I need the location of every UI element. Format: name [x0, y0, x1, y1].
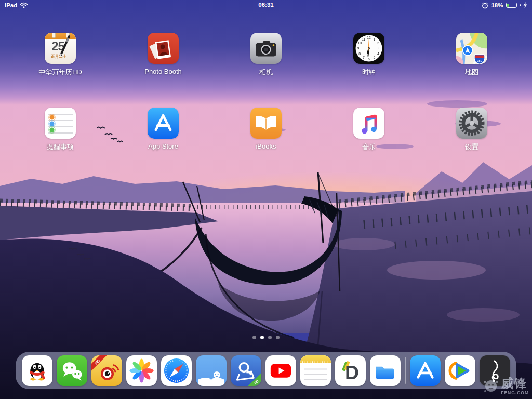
files-icon[interactable]: [370, 355, 401, 386]
app-label: Photo Booth: [144, 68, 182, 75]
safari-icon[interactable]: [161, 355, 192, 386]
battery-nub: [520, 4, 521, 6]
app-label: iBooks: [256, 142, 276, 150]
youtube-icon[interactable]: [265, 355, 296, 386]
watermark-subtitle: FENG.COM: [501, 391, 529, 395]
app-tile-music: 音乐: [338, 108, 400, 152]
camera-icon[interactable]: [250, 33, 282, 64]
wifi-icon: [20, 2, 28, 8]
photos-icon[interactable]: [126, 355, 157, 386]
status-bar: iPad 06:31 18%: [0, 0, 532, 10]
app-store-icon[interactable]: [148, 108, 179, 139]
battery-icon: [506, 3, 517, 8]
app-label: 地图: [465, 68, 478, 77]
scan-search-hd-icon[interactable]: HD: [231, 355, 261, 386]
page-dot[interactable]: [268, 336, 272, 339]
svg-text:3: 3: [379, 46, 381, 50]
app-tile-app-store: App Store: [132, 108, 194, 152]
carrier-label: iPad: [5, 2, 17, 8]
app-tile-settings: 设置: [441, 108, 503, 152]
chinese-calendar-icon[interactable]: 25 正月二十: [45, 33, 76, 64]
watermark-title: 威锋: [501, 377, 529, 390]
app-label: App Store: [148, 142, 178, 150]
ibooks-icon[interactable]: [250, 108, 282, 139]
svg-text:12: 12: [367, 36, 371, 39]
charging-bolt-icon: [523, 2, 527, 8]
app-store-icon[interactable]: [410, 355, 441, 386]
calendar-pen-icon: [45, 33, 76, 64]
app-label: 音乐: [362, 142, 376, 152]
svg-text:1: 1: [373, 37, 375, 41]
app-tile-chinese-calendar: 25 正月二十 中华万年历HD: [29, 33, 91, 77]
documents-icon[interactable]: D: [335, 355, 366, 386]
app-tile-clock: 123456789101112 时钟: [338, 33, 400, 77]
maps-icon[interactable]: 280: [456, 33, 487, 64]
app-tile-reminders: 提醒事项: [29, 108, 91, 152]
svg-text:5: 5: [373, 56, 375, 59]
status-time: 06:31: [258, 2, 273, 8]
svg-text:4: 4: [377, 52, 379, 56]
page-dot[interactable]: [276, 336, 280, 339]
reminders-icon[interactable]: [45, 108, 76, 139]
app-label: 设置: [465, 142, 478, 152]
page-dot[interactable]: [252, 336, 256, 339]
clock-icon[interactable]: 123456789101112: [353, 33, 384, 64]
dock: HD: [16, 352, 516, 389]
svg-text:8: 8: [358, 52, 361, 56]
dock-divider: [405, 357, 406, 384]
battery-percent: 18%: [491, 2, 503, 8]
app-label: 提醒事项: [47, 142, 74, 152]
app-tile-camera: 相机: [235, 33, 297, 77]
app-tile-photo-booth: Photo Booth: [132, 33, 194, 77]
svg-text:6: 6: [368, 57, 370, 61]
svg-text:9: 9: [357, 46, 360, 50]
wechat-read-icon[interactable]: [196, 355, 227, 386]
qq-icon[interactable]: [22, 355, 52, 386]
maps-shield-number: 280: [477, 59, 483, 62]
svg-text:2: 2: [377, 41, 379, 45]
documents-letter: D: [345, 362, 359, 383]
page-dots[interactable]: [0, 336, 532, 339]
svg-text:7: 7: [363, 56, 365, 59]
home-app-grid: 25 正月二十 中华万年历HD: [29, 33, 503, 152]
settings-icon[interactable]: [456, 108, 487, 139]
app-label: 时钟: [362, 68, 376, 77]
page-dot[interactable]: [260, 336, 264, 339]
wechat-icon[interactable]: [57, 355, 87, 386]
app-tile-maps: 280 地图: [441, 33, 503, 77]
svg-text:11: 11: [362, 37, 365, 41]
alarm-clock-icon: [482, 2, 488, 9]
photo-booth-icon[interactable]: [148, 33, 179, 64]
watermark-feng: 威锋 FENG.COM: [483, 377, 529, 395]
app-label: 中华万年历HD: [38, 68, 82, 77]
dock-left-group: HD: [22, 355, 401, 386]
notes-icon[interactable]: [300, 355, 331, 386]
music-icon[interactable]: [353, 108, 384, 139]
app-label: 相机: [259, 68, 273, 77]
tencent-video-icon[interactable]: [445, 355, 475, 386]
app-tile-ibooks: iBooks: [235, 108, 297, 152]
feng-logo-icon: [483, 378, 499, 394]
svg-text:10: 10: [357, 41, 362, 45]
ipad-home-screen: iPad 06:31 18%: [0, 0, 532, 399]
weibo-hd-icon[interactable]: HD: [91, 355, 122, 386]
